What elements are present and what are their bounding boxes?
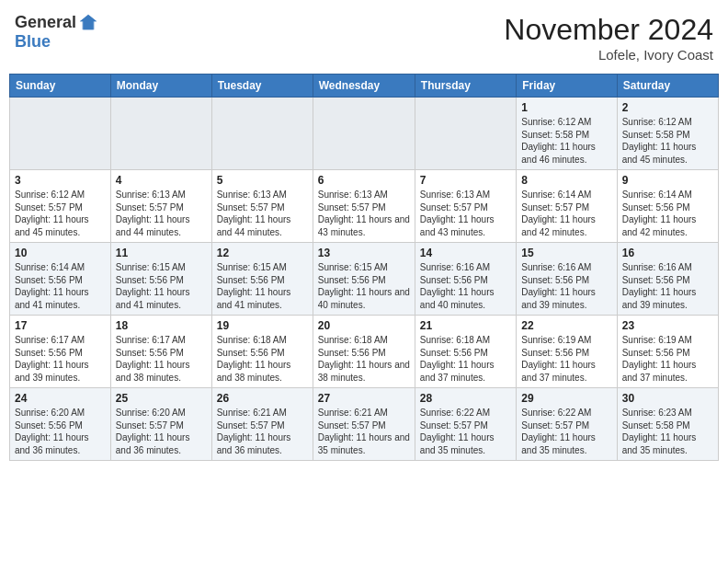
day-info: Sunrise: 6:16 AM Sunset: 5:56 PM Dayligh… xyxy=(521,261,611,311)
day-info: Sunrise: 6:15 AM Sunset: 5:56 PM Dayligh… xyxy=(116,261,207,311)
day-number: 10 xyxy=(15,247,106,259)
logo: General Blue xyxy=(15,13,98,52)
day-info: Sunrise: 6:15 AM Sunset: 5:56 PM Dayligh… xyxy=(217,261,308,311)
location-title: Lofele, Ivory Coast xyxy=(504,47,713,63)
day-number: 30 xyxy=(622,392,713,405)
day-number: 12 xyxy=(217,247,308,259)
day-info: Sunrise: 6:16 AM Sunset: 5:56 PM Dayligh… xyxy=(420,261,511,311)
calendar-cell: 13Sunrise: 6:15 AM Sunset: 5:56 PM Dayli… xyxy=(313,243,415,316)
page-header: General Blue November 2024 Lofele, Ivory… xyxy=(9,9,719,66)
calendar-cell: 18Sunrise: 6:17 AM Sunset: 5:56 PM Dayli… xyxy=(110,316,211,388)
calendar-cell: 11Sunrise: 6:15 AM Sunset: 5:56 PM Dayli… xyxy=(110,243,211,316)
calendar-cell: 20Sunrise: 6:18 AM Sunset: 5:56 PM Dayli… xyxy=(313,316,415,388)
day-info: Sunrise: 6:18 AM Sunset: 5:56 PM Dayligh… xyxy=(318,334,410,384)
calendar-cell xyxy=(211,98,313,170)
calendar-cell: 5Sunrise: 6:13 AM Sunset: 5:57 PM Daylig… xyxy=(211,170,313,243)
calendar-cell: 7Sunrise: 6:13 AM Sunset: 5:57 PM Daylig… xyxy=(415,170,516,243)
calendar-cell xyxy=(313,98,415,170)
day-info: Sunrise: 6:14 AM Sunset: 5:57 PM Dayligh… xyxy=(521,189,611,238)
day-info: Sunrise: 6:13 AM Sunset: 5:57 PM Dayligh… xyxy=(318,189,410,238)
logo-general: General xyxy=(15,14,76,32)
day-info: Sunrise: 6:13 AM Sunset: 5:57 PM Dayligh… xyxy=(116,189,207,238)
calendar-cell: 21Sunrise: 6:18 AM Sunset: 5:56 PM Dayli… xyxy=(415,316,516,388)
day-number: 24 xyxy=(15,392,106,405)
col-header-tuesday: Tuesday xyxy=(211,75,313,98)
calendar-cell: 22Sunrise: 6:19 AM Sunset: 5:56 PM Dayli… xyxy=(517,316,617,388)
day-info: Sunrise: 6:20 AM Sunset: 5:57 PM Dayligh… xyxy=(116,407,207,456)
col-header-friday: Friday xyxy=(517,75,617,98)
day-number: 19 xyxy=(217,319,308,332)
day-number: 14 xyxy=(420,247,511,259)
day-number: 3 xyxy=(15,174,106,187)
day-number: 20 xyxy=(318,319,410,332)
day-info: Sunrise: 6:14 AM Sunset: 5:56 PM Dayligh… xyxy=(622,189,713,238)
calendar-cell: 1Sunrise: 6:12 AM Sunset: 5:58 PM Daylig… xyxy=(517,98,617,170)
calendar-cell: 19Sunrise: 6:18 AM Sunset: 5:56 PM Dayli… xyxy=(211,316,313,388)
day-info: Sunrise: 6:21 AM Sunset: 5:57 PM Dayligh… xyxy=(217,407,308,456)
calendar-cell: 2Sunrise: 6:12 AM Sunset: 5:58 PM Daylig… xyxy=(617,98,718,170)
day-number: 16 xyxy=(622,247,713,259)
title-block: November 2024 Lofele, Ivory Coast xyxy=(504,13,713,63)
day-info: Sunrise: 6:17 AM Sunset: 5:56 PM Dayligh… xyxy=(15,334,106,384)
calendar-cell xyxy=(110,98,211,170)
col-header-monday: Monday xyxy=(110,75,211,98)
calendar-cell: 27Sunrise: 6:21 AM Sunset: 5:57 PM Dayli… xyxy=(313,388,415,461)
day-number: 21 xyxy=(420,319,511,332)
calendar-table: SundayMondayTuesdayWednesdayThursdayFrid… xyxy=(9,74,719,461)
day-info: Sunrise: 6:22 AM Sunset: 5:57 PM Dayligh… xyxy=(521,407,611,456)
logo-blue: Blue xyxy=(15,33,51,52)
calendar-cell: 10Sunrise: 6:14 AM Sunset: 5:56 PM Dayli… xyxy=(10,243,111,316)
day-info: Sunrise: 6:15 AM Sunset: 5:56 PM Dayligh… xyxy=(318,261,410,311)
day-info: Sunrise: 6:12 AM Sunset: 5:57 PM Dayligh… xyxy=(15,189,106,238)
day-number: 17 xyxy=(15,319,106,332)
col-header-sunday: Sunday xyxy=(10,75,111,98)
calendar-cell: 25Sunrise: 6:20 AM Sunset: 5:57 PM Dayli… xyxy=(110,388,211,461)
day-number: 18 xyxy=(116,319,207,332)
calendar-cell: 30Sunrise: 6:23 AM Sunset: 5:58 PM Dayli… xyxy=(617,388,718,461)
day-number: 7 xyxy=(420,174,511,187)
day-info: Sunrise: 6:21 AM Sunset: 5:57 PM Dayligh… xyxy=(318,407,410,456)
calendar-cell: 8Sunrise: 6:14 AM Sunset: 5:57 PM Daylig… xyxy=(517,170,617,243)
day-number: 13 xyxy=(318,247,410,259)
day-info: Sunrise: 6:16 AM Sunset: 5:56 PM Dayligh… xyxy=(622,261,713,311)
day-info: Sunrise: 6:19 AM Sunset: 5:56 PM Dayligh… xyxy=(622,334,713,384)
calendar-cell: 4Sunrise: 6:13 AM Sunset: 5:57 PM Daylig… xyxy=(110,170,211,243)
day-info: Sunrise: 6:19 AM Sunset: 5:56 PM Dayligh… xyxy=(521,334,611,384)
day-number: 2 xyxy=(622,101,713,114)
day-number: 4 xyxy=(116,174,207,187)
day-number: 6 xyxy=(318,174,410,187)
calendar-cell: 9Sunrise: 6:14 AM Sunset: 5:56 PM Daylig… xyxy=(617,170,718,243)
day-number: 15 xyxy=(521,247,611,259)
day-number: 25 xyxy=(116,392,207,405)
col-header-saturday: Saturday xyxy=(617,75,718,98)
day-info: Sunrise: 6:13 AM Sunset: 5:57 PM Dayligh… xyxy=(217,189,308,238)
day-info: Sunrise: 6:18 AM Sunset: 5:56 PM Dayligh… xyxy=(420,334,511,384)
calendar-cell: 12Sunrise: 6:15 AM Sunset: 5:56 PM Dayli… xyxy=(211,243,313,316)
calendar-cell: 28Sunrise: 6:22 AM Sunset: 5:57 PM Dayli… xyxy=(415,388,516,461)
day-number: 1 xyxy=(521,101,611,114)
day-number: 27 xyxy=(318,392,410,405)
calendar-cell: 17Sunrise: 6:17 AM Sunset: 5:56 PM Dayli… xyxy=(10,316,111,388)
calendar-cell: 15Sunrise: 6:16 AM Sunset: 5:56 PM Dayli… xyxy=(517,243,617,316)
calendar-cell xyxy=(415,98,516,170)
calendar-cell: 23Sunrise: 6:19 AM Sunset: 5:56 PM Dayli… xyxy=(617,316,718,388)
day-number: 23 xyxy=(622,319,713,332)
col-header-thursday: Thursday xyxy=(415,75,516,98)
day-info: Sunrise: 6:12 AM Sunset: 5:58 PM Dayligh… xyxy=(521,116,611,166)
calendar-cell: 24Sunrise: 6:20 AM Sunset: 5:56 PM Dayli… xyxy=(10,388,111,461)
day-info: Sunrise: 6:20 AM Sunset: 5:56 PM Dayligh… xyxy=(15,407,106,456)
day-number: 29 xyxy=(521,392,611,405)
calendar-cell: 6Sunrise: 6:13 AM Sunset: 5:57 PM Daylig… xyxy=(313,170,415,243)
calendar-cell: 29Sunrise: 6:22 AM Sunset: 5:57 PM Dayli… xyxy=(517,388,617,461)
day-info: Sunrise: 6:23 AM Sunset: 5:58 PM Dayligh… xyxy=(622,407,713,456)
col-header-wednesday: Wednesday xyxy=(313,75,415,98)
day-number: 11 xyxy=(116,247,207,259)
day-info: Sunrise: 6:18 AM Sunset: 5:56 PM Dayligh… xyxy=(217,334,308,384)
day-number: 22 xyxy=(521,319,611,332)
month-title: November 2024 xyxy=(504,13,713,47)
day-number: 26 xyxy=(217,392,308,405)
calendar-cell: 3Sunrise: 6:12 AM Sunset: 5:57 PM Daylig… xyxy=(10,170,111,243)
calendar-cell: 16Sunrise: 6:16 AM Sunset: 5:56 PM Dayli… xyxy=(617,243,718,316)
day-info: Sunrise: 6:12 AM Sunset: 5:58 PM Dayligh… xyxy=(622,116,713,166)
day-info: Sunrise: 6:13 AM Sunset: 5:57 PM Dayligh… xyxy=(420,189,511,238)
